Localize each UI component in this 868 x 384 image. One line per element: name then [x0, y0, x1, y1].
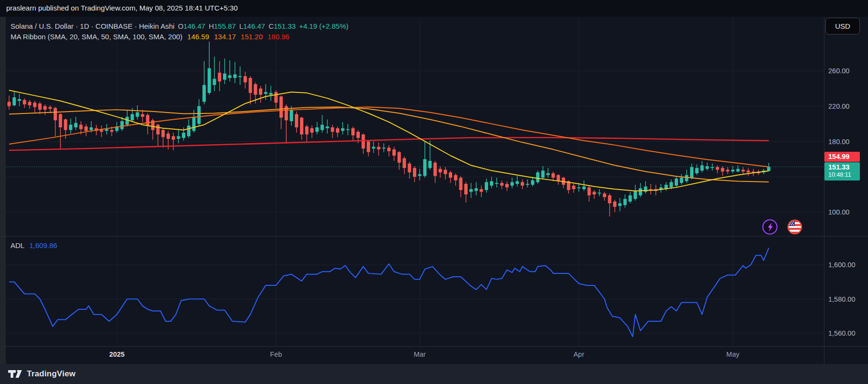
real-price-badge: 154.99: [824, 152, 860, 162]
symbol-legend-row[interactable]: Solana / U.S. Dollar · 1D · COINBASE · H…: [11, 21, 348, 32]
adl-tick-label: 1,600.00: [828, 261, 855, 269]
time-tick-label: 2025: [102, 350, 131, 358]
time-tick-label: Apr: [565, 350, 593, 358]
high-value: 155.87: [214, 22, 236, 30]
adl-tick-label: 1,560.00: [828, 329, 855, 337]
chart-legend: Solana / U.S. Dollar · 1D · COINBASE · H…: [11, 21, 348, 42]
price-tick-label: 260.00: [828, 67, 849, 75]
bar-countdown: 10:48:11: [828, 171, 860, 178]
time-tick-label: Feb: [262, 350, 290, 358]
time-tick-label: May: [719, 350, 747, 358]
close-label: C: [268, 22, 274, 30]
price-scale[interactable]: USD 260.00220.00180.00100.001,600.001,58…: [824, 17, 868, 364]
sma100-value: 151.20: [241, 33, 263, 41]
time-scale[interactable]: 2025FebMarAprMay: [0, 346, 868, 364]
close-value: 151.33: [274, 22, 296, 30]
ma-ribbon-legend-row[interactable]: MA Ribbon (SMA, 20, SMA, 50, SMA, 100, S…: [11, 32, 348, 42]
adl-value: 1,609.86: [29, 241, 57, 249]
time-tick-label: Mar: [405, 350, 434, 358]
symbol-logos: [762, 219, 803, 235]
ma-ribbon-label: MA Ribbon (SMA, 20, SMA, 50, SMA, 100, S…: [11, 33, 182, 41]
price-tick-label: 180.00: [828, 138, 849, 146]
change-value: +4.19 (+2.85%): [299, 22, 348, 30]
footer-bar: TradingView: [0, 364, 868, 384]
sma200-value: 180.96: [267, 33, 289, 41]
tradingview-logo-icon: [8, 369, 22, 379]
publish-line: praslearn published on TradingView.com, …: [6, 4, 238, 12]
open-label: O: [178, 22, 184, 30]
low-value: 146.47: [243, 22, 265, 30]
price-tick-label: 220.00: [828, 102, 849, 110]
tradingview-logo-text: TradingView: [27, 369, 76, 379]
solana-lightning-icon: [762, 219, 778, 235]
high-label: H: [209, 22, 214, 30]
tradingview-snapshot: praslearn published on TradingView.com, …: [0, 0, 868, 384]
last-price-badge: 151.33 10:48:11: [824, 162, 860, 181]
last-price-value: 151.33: [828, 163, 860, 171]
currency-toggle-button[interactable]: USD: [825, 18, 860, 34]
sma50-value: 134.17: [214, 33, 236, 41]
adl-label: ADL: [11, 241, 24, 249]
adl-legend-row[interactable]: ADL1,609.86: [11, 241, 57, 249]
symbol-title: Solana / U.S. Dollar · 1D · COINBASE · H…: [11, 22, 175, 30]
adl-tick-label: 1,580.00: [828, 295, 855, 303]
open-value: 146.47: [183, 22, 205, 30]
sma20-value: 146.59: [187, 33, 209, 41]
price-tick-label: 100.00: [828, 208, 849, 216]
chart-canvas: [0, 0, 868, 384]
low-label: L: [239, 22, 243, 30]
publish-header: praslearn published on TradingView.com, …: [0, 0, 868, 17]
us-flag-icon: [787, 219, 803, 235]
